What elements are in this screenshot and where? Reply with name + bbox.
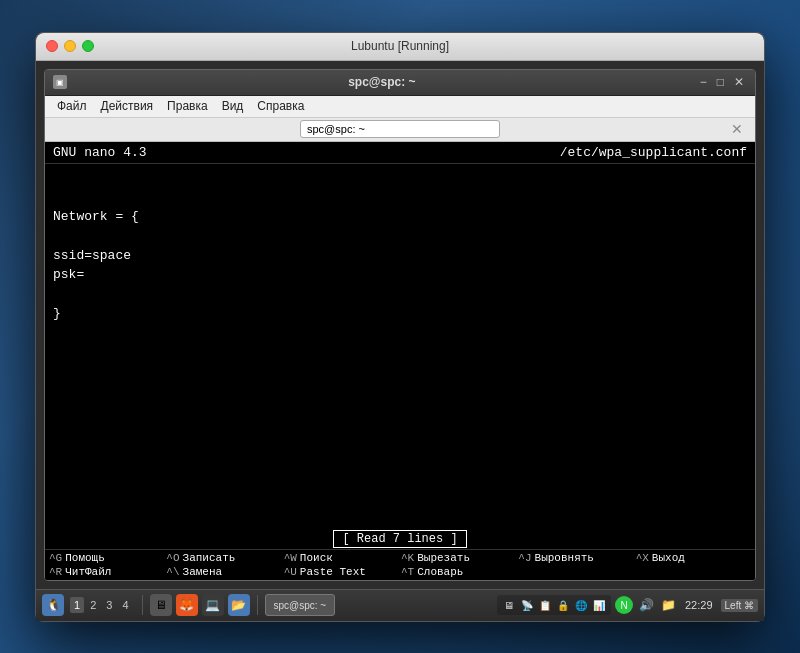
taskbar-sep-2 (257, 595, 258, 615)
taskbar-window-button[interactable]: spc@spc: ~ (265, 594, 336, 616)
content-line-3 (53, 228, 61, 243)
tray-icon-2[interactable]: 📡 (519, 597, 535, 613)
shortcut-exit[interactable]: ^X Выход (636, 552, 751, 564)
shortcut-help-label: Помощь (65, 552, 105, 564)
shortcut-cut[interactable]: ^K Вырезать (401, 552, 516, 564)
menu-edit[interactable]: Правка (161, 98, 214, 114)
shortcut-spell-label: Словарь (417, 566, 463, 578)
close-button[interactable] (46, 40, 58, 52)
nano-editor: GNU nano 4.3 /etc/wpa_supplicant.conf Ne… (45, 142, 755, 580)
shortcut-write-label: Записать (183, 552, 236, 564)
search-close-icon[interactable]: ✕ (731, 121, 743, 137)
vm-titlebar: Lubuntu [Running] (36, 33, 764, 61)
terminal-minimize-btn[interactable]: − (697, 75, 710, 89)
shortcut-spell-key: ^T (401, 566, 414, 578)
content-line-4: ssid=space (53, 248, 131, 263)
taskbar-right: 🖥 📡 📋 🔒 🌐 📊 N 🔊 📁 22:29 Left ⌘ (497, 595, 758, 615)
workspace-2[interactable]: 2 (86, 597, 100, 613)
taskbar-icon-1[interactable]: 🖥 (150, 594, 172, 616)
vm-window: Lubuntu [Running] ▣ spc@spc: ~ − □ ✕ Фай… (35, 32, 765, 622)
shortcut-help[interactable]: ^G Помощь (49, 552, 164, 564)
shortcut-search[interactable]: ^W Поиск (284, 552, 399, 564)
tray-area: 🖥 📡 📋 🔒 🌐 📊 (497, 595, 611, 615)
nano-status: [ Read 7 lines ] (45, 529, 755, 549)
shortcut-cut-key: ^K (401, 552, 414, 564)
nano-header: GNU nano 4.3 /etc/wpa_supplicant.conf (45, 142, 755, 164)
shortcut-spell[interactable]: ^T Словарь (401, 566, 516, 578)
shortcut-help-key: ^G (49, 552, 62, 564)
vm-traffic-lights (46, 40, 94, 52)
content-line-7: } (53, 306, 61, 321)
vm-title: Lubuntu [Running] (351, 39, 449, 53)
menu-help[interactable]: Справка (251, 98, 310, 114)
shortcut-paste-label: Paste Text (300, 566, 366, 578)
terminal-window: ▣ spc@spc: ~ − □ ✕ Файл Действия Правка … (44, 69, 756, 581)
tray-icon-6[interactable]: 📊 (591, 597, 607, 613)
shortcut-exit-key: ^X (636, 552, 649, 564)
volume-icon[interactable]: 🔊 (637, 596, 655, 614)
terminal-titlebar: ▣ spc@spc: ~ − □ ✕ (45, 70, 755, 96)
shortcut-write[interactable]: ^O Записать (166, 552, 281, 564)
maximize-button[interactable] (82, 40, 94, 52)
clock: 22:29 (681, 599, 717, 611)
content-line-1 (53, 189, 61, 204)
shortcut-justify-key: ^J (518, 552, 531, 564)
search-bar: ✕ (45, 118, 755, 142)
menu-bar: Файл Действия Правка Вид Справка (45, 96, 755, 118)
taskbar-sep-1 (142, 595, 143, 615)
shortcut-paste-key: ^U (284, 566, 297, 578)
shortcut-search-label: Поиск (300, 552, 333, 564)
content-line-5: psk= (53, 267, 84, 282)
workspace-switcher: 1 2 3 4 (70, 597, 133, 613)
shortcut-replace[interactable]: ^\ Замена (166, 566, 281, 578)
menu-view[interactable]: Вид (216, 98, 250, 114)
nano-filename: /etc/wpa_supplicant.conf (560, 145, 747, 160)
taskbar-icon-4[interactable]: 📂 (228, 594, 250, 616)
tray-icon-3[interactable]: 📋 (537, 597, 553, 613)
shortcut-exit-label: Выход (652, 552, 685, 564)
tray-icon-5[interactable]: 🌐 (573, 597, 589, 613)
shortcut-paste[interactable]: ^U Paste Text (284, 566, 399, 578)
content-line-6 (53, 287, 61, 302)
shortcut-readfile-key: ^R (49, 566, 62, 578)
shortcut-write-key: ^O (166, 552, 179, 564)
shortcut-search-key: ^W (284, 552, 297, 564)
shortcut-cut-label: Вырезать (417, 552, 470, 564)
terminal-maximize-btn[interactable]: □ (714, 75, 727, 89)
app-menu-icon[interactable]: 🐧 (42, 594, 64, 616)
workspace-3[interactable]: 3 (102, 597, 116, 613)
terminal-controls: − □ ✕ (697, 75, 747, 89)
nano-content[interactable]: Network = { ssid=space psk= } (45, 164, 755, 529)
shortcut-justify[interactable]: ^J Выровнять (518, 552, 633, 564)
tray-icon-4[interactable]: 🔒 (555, 597, 571, 613)
workspace-1[interactable]: 1 (70, 597, 84, 613)
taskbar-firefox-icon[interactable]: 🦊 (176, 594, 198, 616)
files-icon[interactable]: 📁 (659, 596, 677, 614)
keyboard-layout[interactable]: Left ⌘ (721, 599, 758, 612)
taskbar: 🐧 1 2 3 4 🖥 🦊 💻 📂 spc@spc: ~ 🖥 📡 📋 🔒 🌐 📊 (36, 589, 764, 621)
minimize-button[interactable] (64, 40, 76, 52)
nano-status-text: [ Read 7 lines ] (333, 530, 466, 548)
search-input[interactable] (300, 120, 500, 138)
shortcut-replace-key: ^\ (166, 566, 179, 578)
terminal-title: spc@spc: ~ (67, 75, 697, 89)
workspace-4[interactable]: 4 (118, 597, 132, 613)
menu-actions[interactable]: Действия (95, 98, 160, 114)
terminal-close-btn[interactable]: ✕ (731, 75, 747, 89)
terminal-icon: ▣ (53, 75, 67, 89)
shortcut-justify-label: Выровнять (535, 552, 594, 564)
shortcut-bar: ^G Помощь ^O Записать ^W Поиск ^K Выреза… (45, 549, 755, 580)
menu-file[interactable]: Файл (51, 98, 93, 114)
shortcut-readfile[interactable]: ^R ЧитФайл (49, 566, 164, 578)
content-line-2: Network = { (53, 209, 139, 224)
shortcut-replace-label: Замена (183, 566, 223, 578)
network-status-icon[interactable]: N (615, 596, 633, 614)
tray-icon-1[interactable]: 🖥 (501, 597, 517, 613)
shortcut-readfile-label: ЧитФайл (65, 566, 111, 578)
taskbar-icon-3[interactable]: 💻 (202, 594, 224, 616)
nano-version: GNU nano 4.3 (53, 145, 147, 160)
